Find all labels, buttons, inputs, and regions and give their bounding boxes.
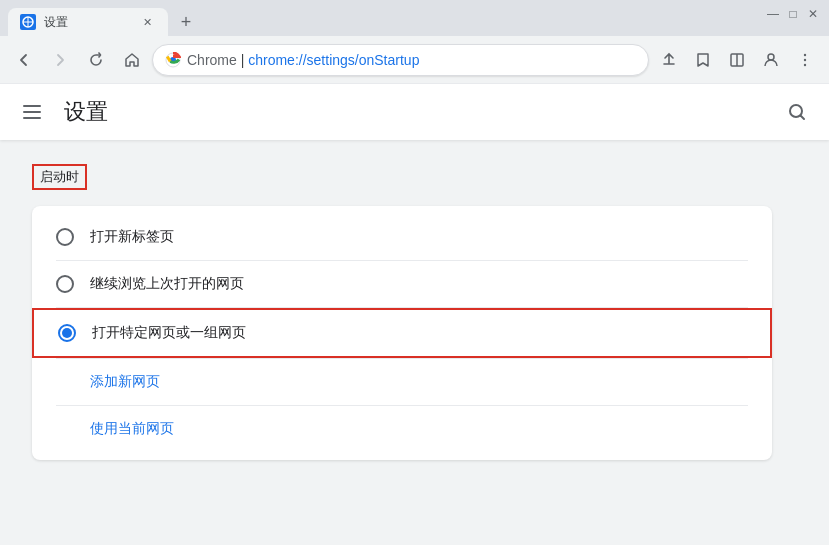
hamburger-line-3 [23,117,41,119]
url-path: chrome://settings/onStartup [248,52,419,68]
home-button[interactable] [116,44,148,76]
search-icon [787,102,807,122]
settings-page: 设置 启动时 打开新标签页 继续浏览上次打开的网页 [0,84,829,545]
radio-label-2: 继续浏览上次打开的网页 [90,275,244,293]
radio-label-1: 打开新标签页 [90,228,174,246]
profile-button[interactable] [755,44,787,76]
tab-close-button[interactable]: ✕ [138,13,156,31]
share-button[interactable] [653,44,685,76]
tab-favicon [20,14,36,30]
radio-input-1[interactable] [56,228,74,246]
active-tab[interactable]: 设置 ✕ [8,8,168,36]
add-new-page-anchor[interactable]: 添加新网页 [90,373,160,389]
svg-point-5 [768,54,774,60]
more-button[interactable] [789,44,821,76]
radio-option-specific[interactable]: 打开特定网页或一组网页 [32,308,772,358]
radio-input-2[interactable] [56,275,74,293]
radio-option-new-tab[interactable]: 打开新标签页 [32,214,772,260]
address-bar: Chrome | chrome://settings/onStartup [0,36,829,84]
forward-button[interactable] [44,44,76,76]
hamburger-menu[interactable] [16,96,48,128]
title-bar: 设置 ✕ + — □ ✕ [0,0,829,36]
back-button[interactable] [8,44,40,76]
radio-option-continue[interactable]: 继续浏览上次打开的网页 [32,261,772,307]
page-title: 设置 [64,97,765,127]
url-brand: Chrome [187,52,237,68]
close-button[interactable]: ✕ [805,6,821,22]
use-current-page-link[interactable]: 使用当前网页 [32,406,772,452]
omnibox[interactable]: Chrome | chrome://settings/onStartup [152,44,649,76]
radio-label-3: 打开特定网页或一组网页 [92,324,246,342]
chrome-icon [165,52,181,68]
maximize-button[interactable]: □ [785,6,801,22]
settings-search-button[interactable] [781,96,813,128]
hamburger-line-2 [23,111,41,113]
section-label: 启动时 [32,164,87,190]
reload-button[interactable] [80,44,112,76]
url-display: Chrome | chrome://settings/onStartup [187,52,636,68]
split-button[interactable] [721,44,753,76]
settings-header: 设置 [0,84,829,140]
new-tab-button[interactable]: + [172,8,200,36]
startup-options-card: 打开新标签页 继续浏览上次打开的网页 打开特定网页或一组网页 添加新网页 [32,206,772,460]
radio-input-3[interactable] [58,324,76,342]
svg-point-6 [804,53,806,55]
window-controls: — □ ✕ [765,6,821,22]
settings-content: 启动时 打开新标签页 继续浏览上次打开的网页 打开特定网页或一组网页 [0,140,829,484]
minimize-button[interactable]: — [765,6,781,22]
svg-point-8 [804,63,806,65]
svg-point-7 [804,58,806,60]
toolbar-actions [653,44,821,76]
tab-strip: 设置 ✕ + [8,0,200,36]
hamburger-line-1 [23,105,41,107]
add-new-page-link[interactable]: 添加新网页 [32,359,772,405]
tab-title: 设置 [44,14,130,31]
use-current-page-anchor[interactable]: 使用当前网页 [90,420,174,436]
bookmark-button[interactable] [687,44,719,76]
